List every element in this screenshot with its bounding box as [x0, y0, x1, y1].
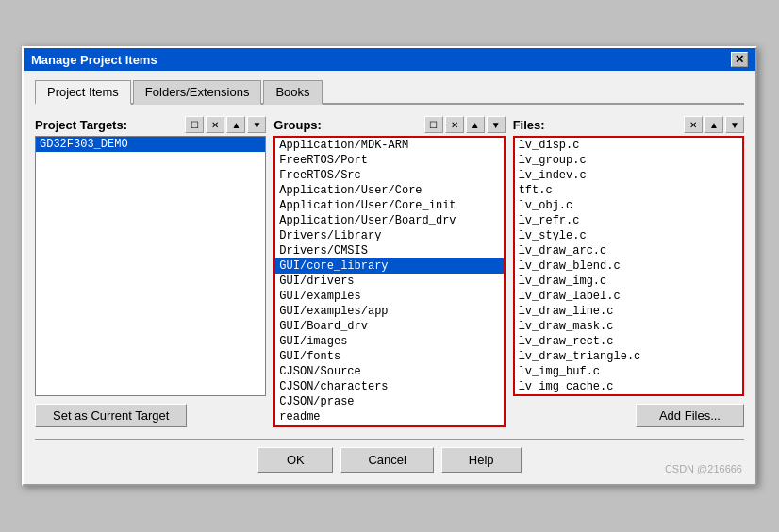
targets-down-button[interactable]: ▼ — [247, 116, 266, 133]
list-item[interactable]: lv_draw_label.c — [515, 289, 742, 304]
targets-column: Project Targets: ☐ ✕ ▲ ▼ GD32F303_DEMO S… — [35, 116, 266, 427]
targets-up-button[interactable]: ▲ — [226, 116, 245, 133]
title-bar: Manage Project Items ✕ — [24, 48, 755, 71]
list-item[interactable]: readme — [275, 409, 503, 424]
cancel-button[interactable]: Cancel — [340, 447, 433, 473]
dialog-title: Manage Project Items — [31, 53, 157, 67]
targets-list[interactable]: GD32F303_DEMO — [35, 136, 266, 396]
list-item[interactable]: GUI/Board_drv — [275, 319, 503, 334]
list-item[interactable]: lv_group.c — [515, 153, 742, 168]
list-item[interactable]: lv_disp.c — [515, 138, 742, 153]
groups-icons: ☐ ✕ ▲ ▼ — [424, 116, 506, 133]
list-item[interactable]: GUI/core_library — [275, 258, 503, 274]
files-header: Files: ✕ ▲ ▼ — [513, 116, 744, 133]
ok-button[interactable]: OK — [257, 447, 333, 473]
list-item[interactable]: GUI/examples — [275, 289, 503, 304]
tab-folders-extensions[interactable]: Folders/Extensions — [133, 80, 262, 105]
list-item[interactable]: Application/User/Board_drv — [275, 213, 503, 228]
files-list[interactable]: lv_disp.clv_group.clv_indev.ctft.clv_obj… — [513, 136, 744, 396]
list-item[interactable]: FreeRTOS/Src — [275, 168, 503, 183]
list-item[interactable]: lv_draw_mask.c — [515, 319, 742, 334]
targets-new-button[interactable]: ☐ — [185, 116, 204, 133]
list-item[interactable]: GUI/images — [275, 334, 503, 349]
list-item[interactable]: lv_draw_rect.c — [515, 334, 742, 349]
list-item[interactable]: CJSON/characters — [275, 379, 503, 394]
dialog-buttons: OK Cancel Help — [35, 439, 744, 473]
tab-project-items[interactable]: Project Items — [35, 80, 131, 105]
list-item[interactable]: GUI/fonts — [275, 349, 503, 364]
list-item[interactable]: CJSON/Source — [275, 364, 503, 379]
watermark: CSDN @216666 — [665, 463, 742, 474]
tab-books[interactable]: Books — [263, 80, 322, 105]
list-item[interactable]: lv_indev.c — [515, 168, 742, 183]
targets-header: Project Targets: ☐ ✕ ▲ ▼ — [35, 116, 266, 133]
list-item[interactable]: Application/User/Core — [275, 183, 503, 198]
set-current-target-button[interactable]: Set as Current Target — [35, 404, 187, 427]
files-column: Files: ✕ ▲ ▼ lv_disp.clv_group.clv_indev… — [513, 116, 744, 427]
files-delete-button[interactable]: ✕ — [684, 116, 703, 133]
list-item[interactable]: lv_img_cache.c — [515, 379, 742, 394]
list-item[interactable]: GD32F303_DEMO — [36, 137, 265, 152]
targets-delete-button[interactable]: ✕ — [206, 116, 224, 133]
targets-label: Project Targets: — [35, 118, 127, 132]
groups-up-button[interactable]: ▲ — [466, 116, 485, 133]
list-item[interactable]: lv_img_decoder.c — [515, 394, 742, 396]
list-item[interactable]: CJSON/prase — [275, 394, 503, 409]
files-up-button[interactable]: ▲ — [704, 116, 723, 133]
manage-project-items-dialog: Manage Project Items ✕ Project Items Fol… — [22, 46, 757, 486]
targets-icons: ☐ ✕ ▲ ▼ — [185, 116, 266, 133]
list-item[interactable]: lv_style.c — [515, 228, 742, 243]
list-item[interactable]: FreeRTOS/Port — [275, 153, 503, 168]
groups-list[interactable]: Application/MDK-ARMFreeRTOS/PortFreeRTOS… — [273, 136, 505, 427]
list-item[interactable]: lv_draw_arc.c — [515, 243, 742, 258]
groups-label: Groups: — [273, 118, 322, 132]
targets-bottom: Set as Current Target — [35, 404, 266, 427]
list-item[interactable]: Drivers/Library — [275, 228, 503, 243]
list-item[interactable]: tft.c — [515, 183, 742, 198]
groups-delete-button[interactable]: ✕ — [445, 116, 464, 133]
list-item[interactable]: lv_img_buf.c — [515, 364, 742, 379]
close-button[interactable]: ✕ — [731, 52, 748, 67]
list-item[interactable]: GUI/drivers — [275, 274, 503, 289]
list-item[interactable]: lv_obj.c — [515, 198, 742, 213]
files-bottom: Add Files... — [513, 404, 744, 427]
list-item[interactable]: GUI/examples/app — [275, 304, 503, 319]
columns-area: Project Targets: ☐ ✕ ▲ ▼ GD32F303_DEMO S… — [35, 116, 744, 427]
dialog-body: Project Items Folders/Extensions Books P… — [24, 71, 755, 484]
list-item[interactable]: Application/User/Core_init — [275, 198, 503, 213]
files-icons: ✕ ▲ ▼ — [684, 116, 744, 133]
list-item[interactable]: lv_refr.c — [515, 213, 742, 228]
add-files-button[interactable]: Add Files... — [636, 404, 744, 427]
list-item[interactable]: Drivers/CMSIS — [275, 243, 503, 258]
help-button[interactable]: Help — [441, 447, 522, 473]
groups-down-button[interactable]: ▼ — [487, 116, 506, 133]
list-item[interactable]: lv_draw_line.c — [515, 304, 742, 319]
files-down-button[interactable]: ▼ — [725, 116, 744, 133]
files-label: Files: — [513, 118, 545, 132]
groups-column: Groups: ☐ ✕ ▲ ▼ Application/MDK-ARMFreeR… — [273, 116, 505, 427]
list-item[interactable]: Application/MDK-ARM — [275, 138, 503, 153]
list-item[interactable]: lv_draw_triangle.c — [515, 349, 742, 364]
list-item[interactable]: lv_draw_blend.c — [515, 258, 742, 274]
tabs-bar: Project Items Folders/Extensions Books — [35, 78, 744, 105]
list-item[interactable]: lv_draw_img.c — [515, 274, 742, 289]
groups-new-button[interactable]: ☐ — [424, 116, 443, 133]
groups-header: Groups: ☐ ✕ ▲ ▼ — [273, 116, 505, 133]
